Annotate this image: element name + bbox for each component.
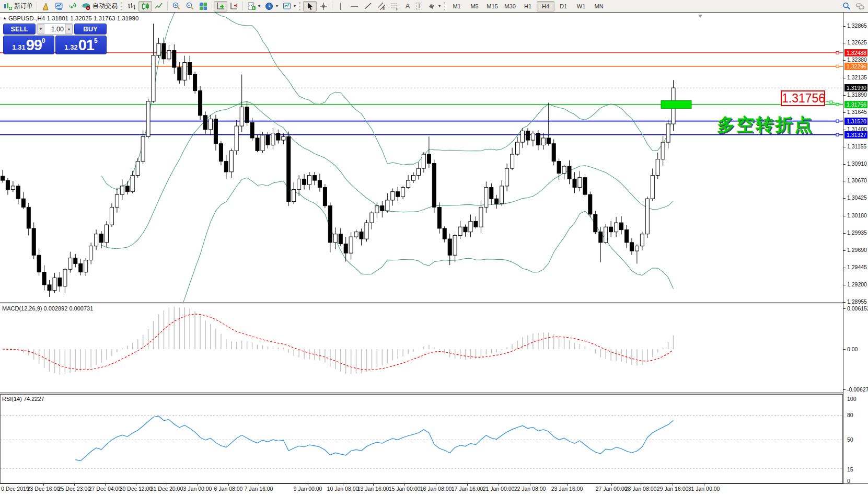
sell-button[interactable]: SELL (3, 24, 36, 34)
chat-button[interactable] (853, 1, 867, 11)
chart-shift-button[interactable] (227, 1, 241, 11)
price-level-flag: 1.32296 (844, 63, 867, 70)
price-axis-tick (843, 130, 846, 130)
timeframe-toolbar: M1M5M15M30H1H4D1W1MN (448, 1, 608, 11)
price-axis-tick (843, 181, 846, 181)
price-axis-tick-label: 1.29445 (847, 264, 867, 271)
price-axis-tick-label: 1.28955 (847, 298, 867, 305)
time-axis-label: 13 Jan 16:00 (357, 486, 389, 492)
auto-scroll-button[interactable] (214, 1, 227, 11)
buy-button[interactable]: BUY (74, 24, 107, 34)
new-order-button[interactable]: 新订单 (1, 1, 35, 11)
timeframe-button-m5[interactable]: M5 (466, 1, 483, 11)
price-axis-tick-label: 1.29935 (847, 229, 867, 236)
dropdown-caret: ▾ (294, 4, 296, 8)
timeframe-button-mn[interactable]: MN (590, 1, 608, 11)
price-axis-tick (843, 95, 846, 96)
horizontal-line-button[interactable] (348, 1, 361, 11)
bar-chart-button[interactable] (125, 1, 138, 11)
time-axis-label: 23 Dec 16:00 (27, 486, 60, 492)
price-axis-tick-label: 1.29690 (847, 247, 867, 254)
text-button[interactable]: A (402, 1, 413, 11)
chinese-annotation[interactable]: 多空转折点 (717, 113, 814, 137)
timeframe-button-m1[interactable]: M1 (448, 1, 466, 11)
vertical-line-icon (336, 2, 345, 11)
svg-text:F: F (396, 7, 398, 11)
time-axis-label: 10 Jan 08:00 (327, 486, 359, 492)
macd-pane-canvas[interactable] (0, 304, 843, 392)
zoom-in-button[interactable] (169, 1, 183, 11)
price-axis-tick-label: 1.32135 (847, 74, 867, 81)
collapse-marker-icon[interactable]: ▲ (3, 16, 7, 20)
timeframe-button-w1[interactable]: W1 (572, 1, 590, 11)
macd-indicator-label: MACD(12,26,9) 0.002892 0.000731 (2, 305, 93, 312)
price-axis-tick (843, 268, 846, 268)
trendline-button[interactable] (361, 1, 375, 11)
price-axis[interactable]: 1.328651.326251.323801.321351.318901.316… (843, 13, 868, 484)
time-axis-tick (373, 484, 374, 486)
zoom-out-button[interactable] (183, 1, 196, 11)
dropdown-caret: ▾ (276, 4, 278, 8)
price-callout-box[interactable]: 1.31756 (781, 90, 825, 106)
bar-chart-icon (127, 2, 136, 11)
volume-up-button[interactable]: ▲ (65, 24, 73, 34)
templates-icon (282, 2, 292, 11)
price-axis-tick-label: 1.32625 (847, 39, 867, 46)
templates-button[interactable]: ▾ (280, 1, 298, 11)
sell-price-sup: 0 (42, 38, 45, 44)
price-axis-tick-label: 1.31645 (847, 109, 867, 116)
volume-down-button[interactable]: ▼ (37, 24, 44, 34)
line-chart-button[interactable] (152, 1, 166, 11)
autotrading-button[interactable]: 自动交易 (79, 1, 120, 11)
tile-windows-button[interactable] (196, 1, 210, 11)
cursor-button[interactable] (303, 1, 317, 11)
signals-button[interactable] (66, 1, 79, 11)
crosshair-button[interactable] (317, 1, 330, 11)
timeframe-button-m30[interactable]: M30 (501, 1, 519, 11)
price-axis-tick (843, 60, 846, 61)
vertical-line-button[interactable] (334, 1, 348, 11)
time-axis-tick (43, 484, 44, 486)
candlestick-chart-button[interactable] (138, 1, 152, 11)
price-level-flag: 1.31756 (844, 101, 867, 108)
arrows-icon (427, 2, 436, 11)
market-watch-button[interactable] (39, 1, 52, 11)
time-axis-tick (136, 484, 136, 486)
time-axis-label: 22 Jan 08:00 (514, 486, 546, 492)
rsi-pane-canvas[interactable] (0, 394, 843, 484)
time-axis-label: 0 Dec 2019 (1, 486, 29, 492)
indicators-button[interactable]: ▾ (245, 1, 262, 11)
timeframe-button-h4[interactable]: H4 (537, 1, 554, 11)
dropdown-caret: ▾ (438, 4, 441, 8)
sell-price-button[interactable]: 1.31 99 0 (3, 36, 54, 54)
new-order-label: 新订单 (14, 2, 33, 10)
periods-button[interactable]: ▾ (262, 1, 280, 11)
time-axis-tick (499, 484, 499, 486)
price-axis-tick-label: 1.30425 (847, 194, 867, 201)
chart-shift-icon (229, 2, 239, 11)
time-axis-label: 28 Jan 08:00 (625, 486, 657, 492)
channel-icon: E (377, 2, 386, 11)
cursor-icon (305, 2, 315, 11)
sell-price-small: 1.31 (12, 42, 25, 53)
time-axis-tick (704, 484, 704, 486)
fibonacci-button[interactable]: F (388, 1, 402, 11)
time-axis-label: 9 Jan 00:00 (294, 486, 322, 492)
price-level-flag: 1.31327 (844, 131, 867, 139)
timeframe-button-h1[interactable]: H1 (519, 1, 537, 11)
volume-value[interactable]: 1.00 (44, 26, 65, 33)
one-click-trading-panel: SELL ▼ 1.00 ▲ BUY 1.31 99 0 1.32 01 5 (3, 24, 107, 54)
macd-axis-tick (843, 389, 846, 390)
arrows-button[interactable]: ▾ (425, 1, 443, 11)
search-button[interactable] (840, 1, 853, 11)
buy-price-button[interactable]: 1.32 01 5 (55, 36, 107, 54)
text-label-button[interactable]: T (413, 1, 425, 11)
timeframe-button-m15[interactable]: M15 (483, 1, 501, 11)
timeframe-button-d1[interactable]: D1 (554, 1, 572, 11)
channel-button[interactable]: E (375, 1, 388, 11)
zoom-in-icon (171, 2, 181, 11)
time-axis-tick (308, 484, 308, 486)
price-chart-canvas[interactable] (0, 13, 843, 302)
data-window-button[interactable] (52, 1, 66, 11)
time-axis-tick (105, 484, 106, 486)
